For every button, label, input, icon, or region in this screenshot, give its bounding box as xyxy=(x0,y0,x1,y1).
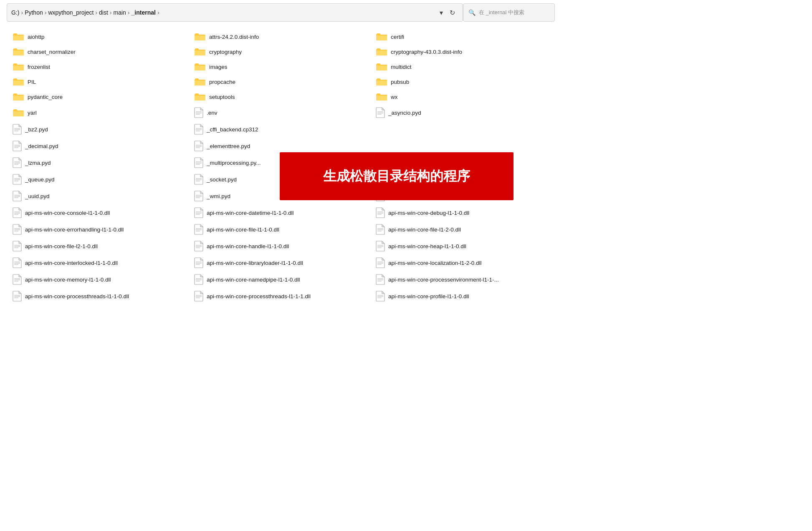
breadcrumb-dist[interactable]: dist xyxy=(99,9,108,16)
list-item[interactable]: setuptools xyxy=(190,89,372,104)
list-item[interactable]: wx xyxy=(372,89,553,104)
list-item[interactable]: pydantic_core xyxy=(8,89,190,104)
breadcrumb-g[interactable]: G:) xyxy=(11,9,19,16)
list-item[interactable]: api-ms-win-core-file-l2-1-0.dll xyxy=(8,238,190,254)
file-icon xyxy=(13,291,22,302)
file-icon xyxy=(194,107,203,118)
breadcrumb-wxpython[interactable]: wxpython_project xyxy=(48,9,94,16)
item-label: _socket.pyd xyxy=(207,176,237,183)
file-icon xyxy=(13,157,22,168)
list-item[interactable]: api-ms-win-core-file-l1-2-0.dll xyxy=(372,221,553,238)
folder-icon xyxy=(13,92,24,101)
item-label: images xyxy=(209,64,228,70)
folder-icon xyxy=(376,32,387,41)
folder-icon xyxy=(13,108,24,117)
item-label: pydantic_core xyxy=(28,94,63,100)
item-label: frozenlist xyxy=(28,64,50,70)
list-item[interactable]: PIL xyxy=(8,74,190,89)
list-item[interactable]: api-ms-win-core-debug-l1-1-0.dll xyxy=(372,204,553,221)
breadcrumb-internal[interactable]: _internal xyxy=(132,9,156,16)
file-icon xyxy=(376,241,385,252)
file-icon xyxy=(194,274,203,285)
empty-cell xyxy=(372,138,553,154)
list-item[interactable]: cryptography xyxy=(190,44,372,59)
breadcrumb: G:) › Python › wxpython_project › dist ›… xyxy=(11,9,436,16)
list-item[interactable]: api-ms-win-core-handle-l1-1-0.dll xyxy=(190,238,372,254)
list-item[interactable]: attrs-24.2.0.dist-info xyxy=(190,29,372,44)
search-box[interactable]: 🔍 在 _internal 中搜索 xyxy=(463,3,555,22)
list-item[interactable]: _queue.pyd xyxy=(8,171,190,188)
list-item[interactable]: api-ms-win-core-profile-l1-1-0.dll xyxy=(372,288,553,305)
list-item[interactable]: _cffi_backend.cp312 xyxy=(190,121,372,138)
address-bar-container: G:) › Python › wxpython_project › dist ›… xyxy=(0,0,562,25)
item-label: setuptools xyxy=(209,94,235,100)
item-label: _multiprocessing.py... xyxy=(207,160,261,166)
refresh-button[interactable]: ↻ xyxy=(446,7,458,18)
file-icon xyxy=(376,107,385,118)
item-label: api-ms-win-core-errorhandling-l1-1-0.dll xyxy=(25,226,124,233)
list-item[interactable]: api-ms-win-core-processenvironment-l1-1-… xyxy=(372,271,553,288)
file-icon xyxy=(376,207,385,218)
list-item[interactable]: .env xyxy=(190,104,372,121)
breadcrumb-python[interactable]: Python xyxy=(25,9,43,16)
list-item[interactable]: api-ms-win-core-namedpipe-l1-1-0.dll xyxy=(190,271,372,288)
list-item[interactable]: api-ms-win-core-datetime-l1-1-0.dll xyxy=(190,204,372,221)
item-label: _bz2.pyd xyxy=(25,126,48,133)
breadcrumb-main[interactable]: main xyxy=(113,9,126,16)
item-label: aiohttp xyxy=(28,34,45,40)
list-item[interactable]: api-ms-win-core-console-l1-1-0.dll xyxy=(8,204,190,221)
list-item[interactable]: pubsub xyxy=(372,74,553,89)
list-item[interactable]: _bz2.pyd xyxy=(8,121,190,138)
list-item[interactable]: _decimal.pyd xyxy=(8,138,190,154)
list-item[interactable]: api-ms-win-core-localization-l1-2-0.dll xyxy=(372,254,553,271)
file-icon xyxy=(13,207,22,218)
file-icon xyxy=(194,224,203,235)
list-item[interactable]: cryptography-43.0.3.dist-info xyxy=(372,44,553,59)
list-item[interactable]: api-ms-win-core-processthreads-l1-1-0.dl… xyxy=(8,288,190,305)
list-item[interactable]: multidict xyxy=(372,59,553,74)
list-item[interactable]: api-ms-win-core-memory-l1-1-0.dll xyxy=(8,271,190,288)
list-item[interactable]: yarl xyxy=(8,104,190,121)
item-label: _queue.pyd xyxy=(25,176,55,183)
item-label: api-ms-win-core-memory-l1-1-0.dll xyxy=(25,277,111,283)
item-label: cryptography-43.0.3.dist-info xyxy=(391,49,462,55)
item-label: api-ms-win-core-processenvironment-l1-1-… xyxy=(388,277,499,283)
list-item[interactable]: frozenlist xyxy=(8,59,190,74)
list-item[interactable]: api-ms-win-core-heap-l1-1-0.dll xyxy=(372,238,553,254)
list-item[interactable]: _uuid.pyd xyxy=(8,188,190,204)
item-label: wx xyxy=(391,94,398,100)
item-label: api-ms-win-core-heap-l1-1-0.dll xyxy=(388,243,466,249)
list-item[interactable]: aiohttp xyxy=(8,29,190,44)
list-item[interactable]: api-ms-win-core-libraryloader-l1-1-0.dll xyxy=(190,254,372,271)
search-icon: 🔍 xyxy=(468,9,476,16)
folder-icon xyxy=(376,62,387,71)
folder-icon xyxy=(194,32,206,41)
item-label: api-ms-win-core-file-l2-1-0.dll xyxy=(25,243,98,249)
list-item[interactable]: api-ms-win-core-processthreads-l1-1-1.dl… xyxy=(190,288,372,305)
folder-icon xyxy=(194,62,206,71)
list-item[interactable]: _elementtree.pyd xyxy=(190,138,372,154)
dropdown-button[interactable]: ▾ xyxy=(436,7,446,18)
list-item[interactable]: api-ms-win-core-interlocked-l1-1-0.dll xyxy=(8,254,190,271)
item-label: api-ms-win-core-file-l1-2-0.dll xyxy=(388,226,461,233)
list-item[interactable]: _lzma.pyd xyxy=(8,154,190,171)
list-item[interactable]: images xyxy=(190,59,372,74)
item-label: _lzma.pyd xyxy=(25,160,51,166)
item-label: api-ms-win-core-namedpipe-l1-1-0.dll xyxy=(207,277,300,283)
list-item[interactable]: api-ms-win-core-errorhandling-l1-1-0.dll xyxy=(8,221,190,238)
list-item[interactable]: charset_normalizer xyxy=(8,44,190,59)
folder-icon xyxy=(194,47,206,56)
address-bar: G:) › Python › wxpython_project › dist ›… xyxy=(7,3,463,22)
item-label: .env xyxy=(207,110,218,116)
list-item[interactable]: certifi xyxy=(372,29,553,44)
item-label: charset_normalizer xyxy=(28,49,76,55)
list-item[interactable]: _asyncio.pyd xyxy=(372,104,553,121)
item-label: cryptography xyxy=(209,49,242,55)
file-icon xyxy=(194,241,203,252)
item-label: api-ms-win-core-console-l1-1-0.dll xyxy=(25,210,110,216)
empty-cell xyxy=(372,121,553,138)
item-label: _elementtree.pyd xyxy=(207,143,250,149)
list-item[interactable]: api-ms-win-core-file-l1-1-0.dll xyxy=(190,221,372,238)
folder-icon xyxy=(376,47,387,56)
list-item[interactable]: propcache xyxy=(190,74,372,89)
